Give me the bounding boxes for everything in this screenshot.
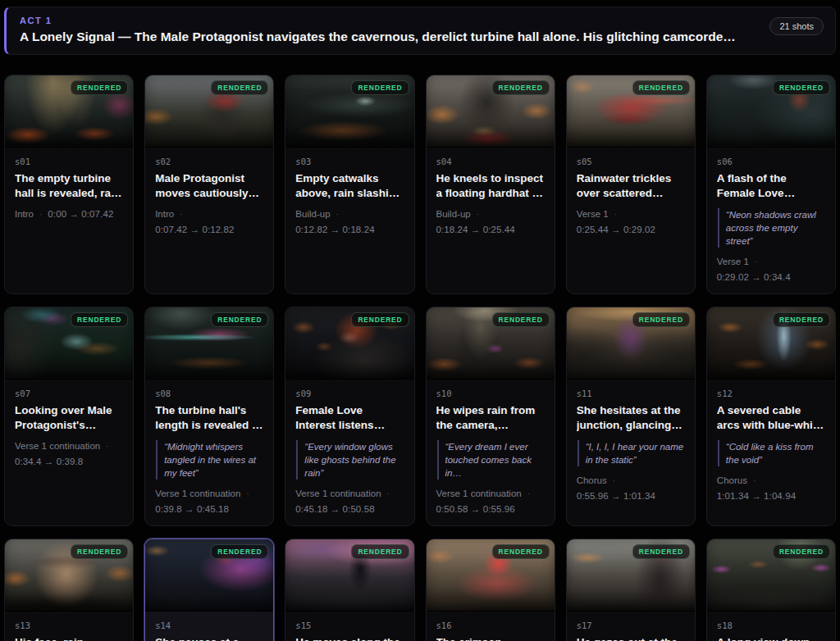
shot-card[interactable]: RENDERED s03 Empty catwalks above, rain … [285, 75, 414, 294]
shot-thumbnail[interactable]: RENDERED [567, 75, 695, 148]
shot-timerange: 0:39.8 → 0:45.18 [155, 503, 229, 516]
storyboard-page: ACT 1 A Lonely Signal — The Male Protago… [0, 0, 840, 641]
shot-card[interactable]: RENDERED s01 The empty turbine hall is r… [4, 75, 134, 294]
shot-timerange: 0:18.24 → 0:25.44 [436, 224, 515, 236]
shot-id: s15 [295, 621, 404, 630]
shot-card[interactable]: RENDERED s12 A severed cable arcs with b… [706, 307, 836, 526]
shot-timerange: 1:01.34 → 1:04.94 [717, 490, 796, 502]
shot-id: s08 [155, 389, 263, 398]
shot-card-body: s07 Looking over Male Protagonist's shou… [5, 380, 133, 525]
shot-meta: Chorus · 0:55.96 → 1:01.34 [577, 475, 685, 502]
shot-card[interactable]: RENDERED s09 Female Love Interest listen… [285, 307, 414, 526]
shot-section: Verse 1 continuation [295, 488, 381, 500]
shot-section: Verse 1 continuation [15, 440, 100, 452]
shot-thumbnail[interactable]: RENDERED [427, 539, 555, 611]
rendered-badge: RENDERED [211, 80, 268, 95]
shot-thumbnail[interactable]: RENDERED [5, 307, 133, 380]
rendered-badge: RENDERED [773, 80, 830, 95]
shot-card-body: s09 Female Love Interest listens intentl… [285, 380, 413, 525]
shot-thumbnail[interactable]: RENDERED [285, 307, 413, 380]
meta-separator-icon: · [614, 209, 617, 220]
shot-card-body: s12 A severed cable arcs with blue-white… [707, 380, 835, 525]
shot-section: Verse 1 [717, 256, 749, 268]
shot-card-body: s13 His face, rain-soaked, stares direct… [5, 611, 133, 641]
shot-thumbnail[interactable]: RENDERED [285, 539, 413, 611]
meta-separator-icon: · [755, 257, 757, 267]
shot-card[interactable]: RENDERED s08 The turbine hall's length i… [144, 307, 274, 526]
meta-separator-icon: · [387, 489, 390, 499]
shot-thumbnail[interactable]: RENDERED [5, 75, 133, 148]
shot-card[interactable]: RENDERED s02 Male Protagonist moves caut… [144, 75, 274, 294]
shot-thumbnail[interactable]: RENDERED [285, 75, 413, 148]
shot-id: s05 [577, 157, 685, 166]
act-label: ACT 1 [20, 16, 822, 25]
shot-id: s14 [155, 621, 263, 630]
shot-card[interactable]: RENDERED s07 Looking over Male Protagoni… [4, 307, 134, 526]
shot-card[interactable]: RENDERED s11 She hesitates at the juncti… [566, 307, 696, 526]
shot-title: He gazes out at the ruin of the city, th… [577, 635, 685, 641]
rendered-badge: RENDERED [632, 544, 690, 559]
shot-card[interactable]: RENDERED s18 A long view down the hall; … [706, 539, 836, 641]
shot-meta: Verse 1 continuation · 0:50.58 → 0:55.96 [436, 488, 545, 516]
shot-card[interactable]: RENDERED s15 He moves along the flooded … [285, 539, 414, 641]
shot-thumbnail[interactable]: RENDERED [567, 539, 695, 611]
meta-separator-icon: · [477, 209, 479, 220]
shot-thumbnail[interactable]: RENDERED [145, 307, 273, 380]
shot-title: He kneels to inspect a floating hardhat … [436, 171, 545, 201]
meta-separator-icon: · [613, 475, 615, 486]
shot-card[interactable]: RENDERED s17 He gazes out at the ruin of… [566, 539, 696, 641]
meta-separator-icon: · [527, 489, 530, 499]
shot-card[interactable]: RENDERED s10 He wipes rain from the came… [426, 307, 555, 526]
shot-thumbnail[interactable]: RENDERED [427, 75, 555, 148]
shot-meta: Build-up · 0:12.82 → 0:18.24 [295, 208, 404, 236]
shots-count-badge: 21 shots [769, 17, 824, 35]
shot-card[interactable]: RENDERED s04 He kneels to inspect a floa… [426, 75, 555, 294]
shot-id: s02 [155, 157, 263, 166]
shot-title: His face, rain-soaked, stares directly i… [15, 635, 123, 641]
rendered-badge: RENDERED [632, 80, 690, 95]
shot-thumbnail[interactable]: RENDERED [427, 307, 555, 380]
shot-id: s13 [15, 621, 123, 630]
shot-thumbnail[interactable]: RENDERED [567, 307, 695, 380]
shot-title: Rainwater trickles over scattered wrench… [577, 171, 685, 201]
act-header[interactable]: ACT 1 A Lonely Signal — The Male Protago… [4, 7, 836, 55]
rendered-badge: RENDERED [773, 312, 830, 327]
shot-thumbnail[interactable]: RENDERED [145, 75, 273, 148]
shot-card-body: s03 Empty catwalks above, rain slashing … [285, 148, 413, 293]
shot-card-body: s14 She pauses at a shattered window, ne… [145, 611, 273, 641]
shot-card-body: s04 He kneels to inspect a floating hard… [427, 148, 555, 293]
rendered-badge: RENDERED [492, 312, 550, 327]
shot-thumbnail[interactable]: RENDERED [5, 539, 133, 611]
shot-card-body: s17 He gazes out at the ruin of the city… [567, 611, 695, 641]
shot-title: He moves along the flooded turbine floor… [295, 635, 404, 641]
shot-card[interactable]: RENDERED s16 The crimson emergency strob… [426, 539, 555, 641]
shot-thumbnail[interactable]: RENDERED [707, 539, 835, 611]
rendered-badge: RENDERED [351, 312, 409, 327]
shot-timerange: 0:45.18 → 0:50.58 [295, 503, 374, 516]
shot-title: The turbine hall's length is revealed in… [155, 403, 263, 433]
shot-timerange: 0:12.82 → 0:18.24 [295, 224, 374, 236]
shot-title: The crimson emergency strobe is reflecte… [436, 635, 545, 641]
meta-separator-icon: · [246, 489, 249, 499]
shot-card-body: s05 Rainwater trickles over scattered wr… [567, 148, 695, 293]
shot-card[interactable]: RENDERED s05 Rainwater trickles over sca… [566, 75, 696, 294]
shot-card-body: s10 He wipes rain from the camera, pausi… [427, 380, 555, 525]
shot-card[interactable]: RENDERED s13 His face, rain-soaked, star… [4, 539, 134, 641]
shot-id: s12 [717, 389, 825, 398]
shot-id: s04 [436, 157, 545, 166]
shot-title: A flash of the Female Love Interest is… [717, 171, 825, 201]
shot-lyric: “Midnight whispers tangled in the wires … [156, 440, 263, 480]
shot-card[interactable]: RENDERED s06 A flash of the Female Love … [706, 75, 836, 294]
shot-card[interactable]: RENDERED s14 She pauses at a shattered w… [144, 539, 274, 641]
shot-thumbnail[interactable]: RENDERED [145, 539, 273, 611]
meta-separator-icon: · [39, 209, 42, 220]
rendered-badge: RENDERED [71, 544, 128, 559]
shot-card-body: s02 Male Protagonist moves cautiously… I… [145, 148, 273, 293]
shot-title: A long view down the hall; all is emptin… [717, 635, 825, 641]
shot-meta: Build-up · 0:18.24 → 0:25.44 [436, 208, 545, 236]
shot-thumbnail[interactable]: RENDERED [707, 75, 835, 148]
shot-thumbnail[interactable]: RENDERED [707, 307, 835, 380]
meta-separator-icon: · [336, 209, 339, 220]
shot-id: s07 [15, 389, 123, 398]
shot-meta: Verse 1 continuation · 0:39.8 → 0:45.18 [155, 488, 263, 516]
